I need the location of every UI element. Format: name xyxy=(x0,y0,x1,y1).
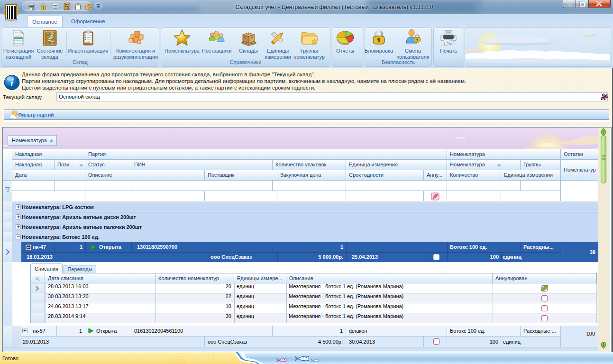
svg-text:i: i xyxy=(10,77,13,89)
